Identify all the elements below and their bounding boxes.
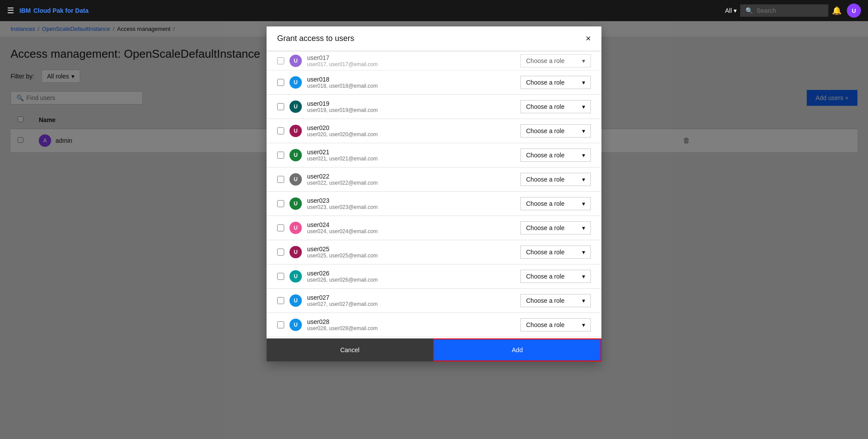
- user020-name: user020: [307, 124, 515, 131]
- brand-ibm: IBM: [19, 7, 31, 14]
- user018-role-label: Choose a role: [526, 79, 564, 86]
- user018-role-dropdown[interactable]: Choose a role ▾: [520, 76, 591, 89]
- user020-role-dropdown[interactable]: Choose a role ▾: [520, 124, 591, 138]
- modal-title: Grant access to users: [277, 34, 354, 43]
- user017-role-dropdown[interactable]: Choose a role ▾: [520, 54, 591, 67]
- user018-checkbox[interactable]: [277, 79, 284, 86]
- user017-avatar: U: [289, 55, 302, 67]
- user021-role-dropdown[interactable]: Choose a role ▾: [520, 149, 591, 162]
- user018-info: user018 user018, user018@email.com: [307, 76, 515, 89]
- user017-name: user017: [307, 54, 515, 61]
- user020-checkbox[interactable]: [277, 127, 284, 134]
- search-filter-label: All: [725, 7, 732, 14]
- user019-role-label: Choose a role: [526, 103, 564, 110]
- search-icon: 🔍: [746, 7, 753, 14]
- user017-info: user017 user017, user017@email.com: [307, 54, 515, 67]
- list-item: U user017 user017, user017@email.com Cho…: [267, 51, 601, 71]
- modal-close-button[interactable]: ×: [586, 33, 591, 44]
- user017-email: user017, user017@email.com: [307, 61, 515, 67]
- user020-role-label: Choose a role: [526, 127, 564, 134]
- user017-checkbox[interactable]: [277, 57, 284, 64]
- list-item: U user018 user018, user018@email.com Cho…: [267, 71, 601, 95]
- list-item: U user021 user021, user021@email.com Cho…: [267, 143, 601, 163]
- nav-icons: 🔔 U: [832, 4, 861, 18]
- top-navigation: ☰ IBM Cloud Pak for Data All ▾ 🔍 🔔 U: [0, 0, 868, 21]
- user021-checkbox[interactable]: [277, 152, 284, 159]
- search-box: 🔍: [740, 4, 828, 17]
- user018-role-wrapper: Choose a role ▾: [520, 76, 591, 89]
- user019-avatar: U: [289, 100, 302, 113]
- user019-info: user019 user019, user019@email.com: [307, 100, 515, 113]
- hamburger-icon[interactable]: ☰: [7, 6, 14, 15]
- brand-product: Cloud Pak for Data: [33, 7, 89, 14]
- modal-header: Grant access to users ×: [267, 26, 601, 51]
- chevron-down-icon: ▾: [582, 127, 585, 134]
- user021-name: user021: [307, 149, 515, 156]
- user018-avatar: U: [289, 76, 302, 89]
- user018-email: user018, user018@email.com: [307, 83, 515, 89]
- user020-email: user020, user020@email.com: [307, 131, 515, 138]
- user019-role-dropdown[interactable]: Choose a role ▾: [520, 100, 591, 113]
- user021-email: user021, user021@email.com: [307, 156, 515, 162]
- chevron-down-icon: ▾: [582, 57, 585, 64]
- chevron-down-icon: ▾: [582, 79, 585, 86]
- user019-role-wrapper: Choose a role ▾: [520, 100, 591, 113]
- list-item: U user020 user020, user020@email.com Cho…: [267, 119, 601, 143]
- modal-body: U user017 user017, user017@email.com Cho…: [267, 51, 601, 163]
- search-filter-dropdown[interactable]: All ▾: [725, 7, 737, 14]
- user021-info: user021 user021, user021@email.com: [307, 149, 515, 162]
- list-item: U user019 user019, user019@email.com Cho…: [267, 95, 601, 119]
- user-avatar[interactable]: U: [847, 4, 861, 18]
- user017-role-label: Choose a role: [526, 57, 564, 64]
- chevron-down-icon: ▾: [734, 7, 737, 14]
- grant-access-modal: Grant access to users × U user017 user01…: [267, 26, 601, 163]
- user020-avatar: U: [289, 125, 302, 137]
- user018-name: user018: [307, 76, 515, 83]
- user017-role-wrapper: Choose a role ▾: [520, 54, 591, 67]
- chevron-down-icon: ▾: [582, 152, 585, 159]
- user019-email: user019, user019@email.com: [307, 107, 515, 113]
- search-area: All ▾ 🔍 🔔 U: [725, 4, 861, 18]
- chevron-down-icon: ▾: [582, 103, 585, 110]
- user020-info: user020 user020, user020@email.com: [307, 124, 515, 138]
- user020-role-wrapper: Choose a role ▾: [520, 124, 591, 138]
- user021-role-label: Choose a role: [526, 152, 564, 159]
- user019-checkbox[interactable]: [277, 103, 284, 110]
- brand-logo: IBM Cloud Pak for Data: [19, 7, 89, 14]
- user021-role-wrapper: Choose a role ▾: [520, 149, 591, 162]
- user021-avatar: U: [289, 149, 302, 161]
- user019-name: user019: [307, 100, 515, 107]
- search-input[interactable]: [757, 7, 823, 14]
- notification-button[interactable]: 🔔: [832, 6, 842, 15]
